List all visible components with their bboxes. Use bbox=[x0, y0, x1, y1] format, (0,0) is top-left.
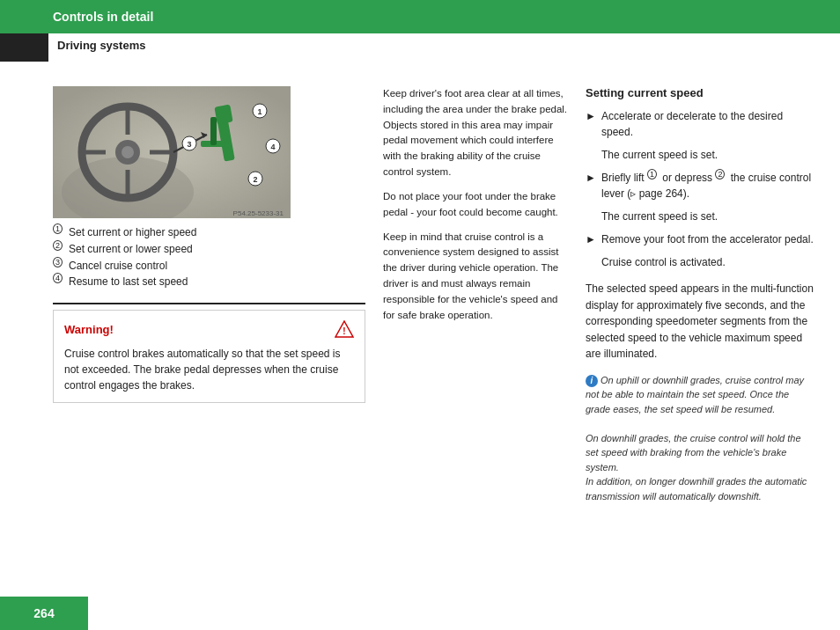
middle-column: Keep driver's foot area clear at all tim… bbox=[383, 86, 568, 503]
warning-title: Warning! bbox=[64, 323, 114, 336]
bullet-text-1: Accelerate or decelerate to the desired … bbox=[601, 108, 814, 140]
warning-text: Cruise control brakes automatically so t… bbox=[64, 346, 354, 393]
svg-text:!: ! bbox=[343, 326, 345, 336]
warning-triangle-icon: ! bbox=[335, 319, 354, 339]
svg-text:3: 3 bbox=[187, 140, 191, 149]
divider bbox=[53, 303, 365, 304]
bullet-item-1: ► Accelerate or decelerate to the desire… bbox=[586, 108, 814, 140]
legend-item-3: 3 Cancel cruise control bbox=[53, 259, 365, 274]
legend-text-2: Set current or lower speed bbox=[69, 242, 193, 257]
page-number: 264 bbox=[33, 606, 54, 620]
header-bar: Controls in detail bbox=[0, 0, 840, 33]
svg-point-8 bbox=[122, 146, 134, 158]
selected-speed-text: The selected speed appears in the multi-… bbox=[586, 281, 814, 363]
page-footer: 264 bbox=[0, 597, 88, 630]
svg-text:P54.25-5233-31: P54.25-5233-31 bbox=[233, 209, 284, 217]
bullet-item-3: ► Remove your foot from the accelerator … bbox=[586, 231, 814, 247]
right-section-title: Setting current speed bbox=[586, 86, 814, 99]
svg-rect-12 bbox=[214, 105, 232, 125]
legend-text-3: Cancel cruise control bbox=[69, 259, 167, 274]
info-text-1: iOn uphill or downhill grades, cruise co… bbox=[586, 373, 814, 417]
bullet-text-3: Remove your foot from the accelerator pe… bbox=[601, 231, 814, 247]
legend-text-4: Resume to last set speed bbox=[69, 275, 188, 289]
legend: 1 Set current or higher speed 2 Set curr… bbox=[53, 225, 365, 289]
legend-num-3: 3 bbox=[53, 257, 63, 267]
left-column: 1 2 3 4 P54.25-5233-31 1 Set current or … bbox=[53, 86, 365, 503]
header-title: Controls in detail bbox=[53, 10, 153, 24]
svg-rect-14 bbox=[210, 117, 217, 145]
warning-box: Warning! ! Cruise control brakes automat… bbox=[53, 310, 365, 403]
right-column: Setting current speed ► Accelerate or de… bbox=[586, 86, 814, 503]
middle-para-3: Keep in mind that cruise control is a co… bbox=[383, 230, 568, 324]
middle-para-1: Keep driver's foot area clear at all tim… bbox=[383, 86, 568, 180]
bullet-arrow-2: ► bbox=[586, 170, 598, 186]
legend-text-1: Set current or higher speed bbox=[69, 225, 196, 240]
note-cruise-activated: Cruise control is activated. bbox=[601, 254, 814, 270]
legend-item-1: 1 Set current or higher speed bbox=[53, 225, 365, 240]
svg-text:1: 1 bbox=[257, 107, 262, 116]
diagram-svg: 1 2 3 4 P54.25-5233-31 bbox=[53, 86, 291, 218]
note-current-speed: The current speed is set. bbox=[601, 147, 814, 163]
middle-para-2: Do not place your foot under the brake p… bbox=[383, 189, 568, 221]
legend-item-2: 2 Set current or lower speed bbox=[53, 242, 365, 257]
bullet-text-2: Briefly lift 1 or depress 2 the cruise c… bbox=[601, 170, 814, 201]
warning-header: Warning! ! bbox=[64, 319, 354, 339]
info-box-1: iOn uphill or downhill grades, cruise co… bbox=[586, 373, 814, 504]
bullet-item-2: ► Briefly lift 1 or depress 2 the cruise… bbox=[586, 170, 814, 201]
svg-text:2: 2 bbox=[253, 175, 257, 184]
section-bar-decoration bbox=[0, 33, 48, 62]
legend-item-4: 4 Resume to last set speed bbox=[53, 275, 365, 289]
main-content: 1 2 3 4 P54.25-5233-31 1 Set current or … bbox=[0, 86, 840, 503]
info-icon-1: i bbox=[586, 375, 598, 387]
legend-num-1: 1 bbox=[53, 223, 63, 234]
note-current-speed-set: The current speed is set. bbox=[601, 209, 814, 224]
diagram-image: 1 2 3 4 P54.25-5233-31 bbox=[53, 86, 291, 218]
bullet-arrow-1: ► bbox=[586, 108, 598, 124]
legend-num-2: 2 bbox=[53, 240, 63, 251]
svg-text:4: 4 bbox=[270, 143, 275, 151]
info-text-2: On downhill grades, the cruise control w… bbox=[586, 431, 814, 504]
legend-num-4: 4 bbox=[53, 273, 63, 283]
section-label: Driving systems bbox=[57, 39, 145, 52]
bullet-arrow-3: ► bbox=[586, 231, 598, 247]
